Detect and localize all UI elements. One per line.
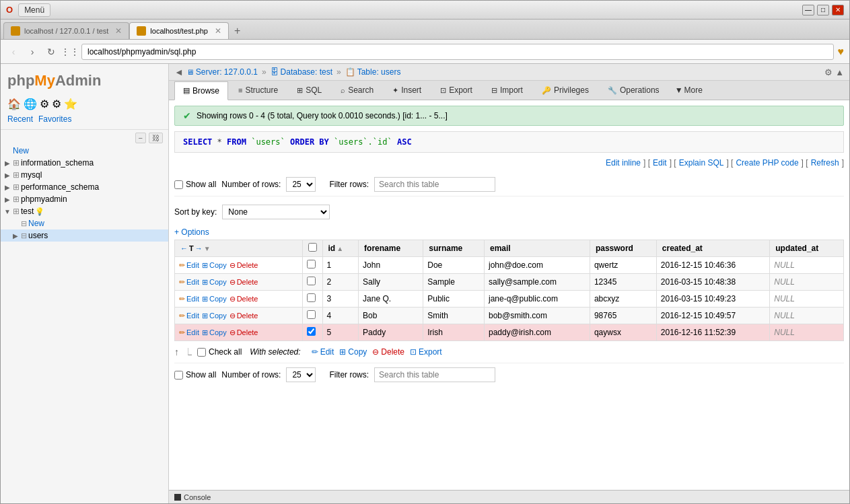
updated-at-sort[interactable]: updated_at: [775, 244, 838, 253]
footer-export-btn[interactable]: ⊡ Export: [410, 347, 442, 357]
row-delete-btn[interactable]: ⊖ Delete: [229, 328, 258, 337]
row-checkbox[interactable]: [307, 310, 316, 319]
footer-copy-btn[interactable]: ⊞ Copy: [339, 347, 367, 357]
password-sort[interactable]: password: [596, 244, 651, 253]
row-edit-btn[interactable]: ✏ Edit: [179, 295, 199, 303]
tab-1-close[interactable]: ✕: [115, 26, 122, 36]
breadcrumb-back[interactable]: ◄: [174, 67, 184, 77]
surname-sort[interactable]: surname: [429, 244, 479, 253]
tab-operations[interactable]: 🔧 Operations: [599, 81, 668, 100]
forename-sort[interactable]: forename: [364, 244, 417, 253]
tab-more[interactable]: ▼ More: [670, 81, 708, 99]
breadcrumb-expand-icon[interactable]: ▲: [835, 67, 844, 77]
sidebar-links-btn[interactable]: ⛓: [149, 133, 163, 143]
new-tab-button[interactable]: +: [229, 22, 246, 39]
rows-bottom-select[interactable]: 25: [286, 367, 316, 382]
row-copy-btn[interactable]: ⊞ Copy: [202, 261, 227, 270]
tree-information-schema[interactable]: ▶ ⊞ information_schema: [1, 157, 168, 169]
tree-mysql[interactable]: ▶ ⊞ mysql: [1, 169, 168, 181]
row-delete-btn[interactable]: ⊖ Delete: [229, 312, 258, 320]
row-checkbox[interactable]: [307, 277, 316, 285]
breadcrumb-table[interactable]: 📋 Table: users: [345, 67, 401, 77]
tab-export[interactable]: ⊡ Export: [431, 81, 481, 100]
show-all-checkbox[interactable]: [174, 180, 183, 189]
settings-icon[interactable]: ⚙: [40, 98, 49, 110]
edit-link[interactable]: Edit: [650, 158, 670, 168]
tab-2[interactable]: localhost/test.php ✕: [129, 22, 229, 39]
row-edit-btn[interactable]: ✏ Edit: [179, 312, 199, 320]
minimize-button[interactable]: —: [802, 5, 814, 15]
tree-performance-schema[interactable]: ▶ ⊞ performance_schema: [1, 181, 168, 193]
breadcrumb-database[interactable]: 🗄 Database: test: [271, 67, 332, 77]
footer-delete-btn[interactable]: ⊖ Delete: [372, 347, 404, 357]
console-label[interactable]: Console: [184, 493, 211, 501]
maximize-button[interactable]: □: [817, 5, 829, 15]
recent-link[interactable]: Recent: [7, 114, 33, 124]
options-link[interactable]: + Options: [174, 225, 844, 240]
email-sort[interactable]: email: [490, 244, 584, 253]
row-copy-btn[interactable]: ⊞ Copy: [202, 328, 227, 337]
sidebar-collapse-btn[interactable]: −: [135, 133, 146, 143]
reload-button[interactable]: ↻: [44, 44, 59, 59]
tree-test[interactable]: ▼ ⊞ test 💡: [1, 205, 168, 217]
show-all-bottom-checkbox[interactable]: [174, 371, 183, 380]
tab-privileges[interactable]: 🔑 Privileges: [533, 81, 598, 100]
tab-sql[interactable]: ⊞ SQL: [288, 81, 330, 100]
row-edit-btn[interactable]: ✏ Edit: [179, 261, 199, 270]
tree-new-item[interactable]: New: [1, 145, 168, 157]
tab-1[interactable]: localhost / 127.0.0.1 / test ✕: [3, 22, 129, 39]
back-button[interactable]: ‹: [6, 44, 21, 59]
row-checkbox[interactable]: [307, 327, 316, 336]
create-php-code-link[interactable]: Create PHP code: [733, 158, 801, 168]
tree-users-table[interactable]: ▶ ⊟ users: [1, 229, 168, 242]
globe-icon[interactable]: 🌐: [24, 98, 37, 110]
nav-right-arrow[interactable]: →: [195, 244, 203, 252]
tab-structure[interactable]: ≡ Structure: [229, 81, 287, 100]
sort-select[interactable]: None: [222, 205, 330, 219]
bookmark-icon[interactable]: ♥: [838, 46, 845, 58]
favorites-link[interactable]: Favorites: [38, 114, 71, 124]
forward-button[interactable]: ›: [25, 44, 40, 59]
row-edit-btn[interactable]: ✏ Edit: [179, 278, 199, 287]
footer-edit-btn[interactable]: ✏ Edit: [312, 347, 334, 357]
row-copy-btn[interactable]: ⊞ Copy: [202, 295, 227, 303]
address-input[interactable]: [81, 44, 834, 60]
explain-sql-link[interactable]: Explain SQL: [676, 158, 727, 168]
tab-2-close[interactable]: ✕: [215, 26, 221, 36]
row-edit-btn[interactable]: ✏ Edit: [179, 328, 199, 337]
menu-button[interactable]: Menü: [18, 3, 50, 17]
row-delete-btn[interactable]: ⊖ Delete: [229, 295, 258, 303]
breadcrumb-gear-icon[interactable]: ⚙: [824, 67, 833, 77]
apps-button[interactable]: ⋮⋮: [63, 44, 77, 59]
footer-nav-up[interactable]: ↑: [174, 347, 179, 357]
tab-search[interactable]: ⌕ Search: [332, 81, 382, 100]
row-copy-btn[interactable]: ⊞ Copy: [202, 312, 227, 320]
nav-left-arrow[interactable]: ←: [180, 244, 188, 252]
created-at-sort[interactable]: created_at: [662, 244, 764, 253]
tab-browse[interactable]: ▤ Browse: [174, 81, 228, 100]
refresh-link[interactable]: Refresh: [808, 158, 842, 168]
row-delete-btn[interactable]: ⊖ Delete: [229, 278, 258, 287]
row-delete-btn[interactable]: ⊖ Delete: [229, 261, 258, 270]
row-copy-btn[interactable]: ⊞ Copy: [202, 278, 227, 287]
row-checkbox[interactable]: [307, 293, 316, 302]
breadcrumb-server[interactable]: 🖥 Server: 127.0.0.1: [186, 67, 258, 77]
star-icon[interactable]: ⭐: [64, 98, 77, 110]
row-checkbox[interactable]: [307, 260, 316, 268]
tree-test-new[interactable]: ⊟ New: [1, 217, 168, 229]
settings2-icon[interactable]: ⚙: [52, 98, 61, 110]
check-all-checkbox[interactable]: [197, 348, 206, 357]
tree-phpmyadmin[interactable]: ▶ ⊞ phpmyadmin: [1, 193, 168, 205]
id-sort[interactable]: id ▲: [328, 244, 353, 253]
select-all-checkbox[interactable]: [308, 243, 317, 252]
filter-input-bottom[interactable]: [374, 367, 495, 382]
tab-insert[interactable]: ✦ Insert: [384, 81, 430, 100]
rows-select[interactable]: 25: [286, 177, 316, 192]
edit-inline-link[interactable]: Edit inline: [603, 158, 643, 168]
tab-import[interactable]: ⊟ Import: [483, 81, 532, 100]
home-icon[interactable]: 🏠: [7, 98, 21, 110]
th-email: email: [485, 240, 590, 257]
filter-input-top[interactable]: [374, 177, 495, 192]
th-sort-arrow[interactable]: ▼: [204, 245, 211, 252]
close-button[interactable]: ✕: [832, 5, 844, 15]
